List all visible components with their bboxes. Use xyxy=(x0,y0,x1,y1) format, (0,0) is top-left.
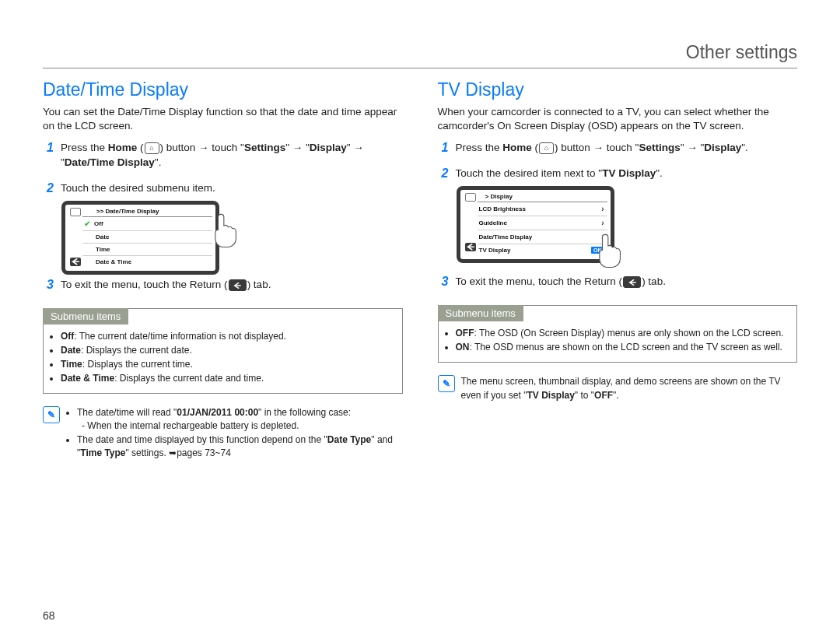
pointing-hand-icon xyxy=(590,229,632,272)
arrow-icon: → xyxy=(593,142,604,153)
text: : Displays the current date and time. xyxy=(114,373,264,384)
text: : The current date/time information is n… xyxy=(74,331,286,342)
columns: Date/Time Display You can set the Date/T… xyxy=(43,78,797,461)
text: ) tab. xyxy=(247,279,271,290)
text: ". xyxy=(656,167,663,179)
arrow-icon: → xyxy=(292,142,303,153)
bold: Home xyxy=(108,142,138,153)
pointing-hand-icon xyxy=(205,209,248,251)
text: button xyxy=(558,142,593,153)
lcd-breadcrumb: >> Date/Time Display xyxy=(96,208,212,215)
step-number: 2 xyxy=(43,181,54,195)
text: " in the following case: xyxy=(258,407,351,418)
right-column: TV Display When your camcorder is connec… xyxy=(438,78,798,461)
bold: Time Type xyxy=(80,447,125,458)
note-body: The date/time will read "01/JAN/2011 00:… xyxy=(66,406,403,461)
text: ". xyxy=(155,156,162,168)
page-title: Other settings xyxy=(43,31,797,68)
bold: Date/Time Display xyxy=(65,156,155,168)
return-icon xyxy=(229,279,247,291)
section-title-datetime: Date/Time Display xyxy=(43,79,403,100)
text: The menu screen, thumbnail display, and … xyxy=(461,376,781,400)
text: ". xyxy=(741,142,748,153)
step-body: Press the Home (⌂) button → touch "Setti… xyxy=(456,141,798,156)
lcd-screen: >> Date/Time Display ✔Off Date Time Date… xyxy=(61,201,219,275)
lcd-row: Time xyxy=(82,244,212,256)
step-number: 1 xyxy=(43,141,54,155)
lcd-label: Time xyxy=(96,246,211,253)
bold: OFF xyxy=(456,328,474,339)
list-item: OFF: The OSD (On Screen Display) menus a… xyxy=(456,326,788,340)
text: " settings. xyxy=(126,447,170,458)
bold: ON xyxy=(456,342,470,353)
steps-list: 1 Press the Home (⌂) button → touch "Set… xyxy=(438,141,798,181)
arrow-icon: → xyxy=(353,142,364,153)
text: ". xyxy=(613,390,619,401)
note-body: The menu screen, thumbnail display, and … xyxy=(461,375,798,402)
list-item: Time: Displays the current time. xyxy=(61,357,393,371)
left-column: Date/Time Display You can set the Date/T… xyxy=(43,78,403,461)
lcd-breadcrumb: > Display xyxy=(485,193,607,200)
manual-page: Other settings Date/Time Display You can… xyxy=(0,0,840,642)
submenu-box: Submenu items Off: The current date/time… xyxy=(43,308,403,394)
lcd-row: TV DisplayON xyxy=(478,244,607,256)
step-2: 2 Touch the desired submenu item. xyxy=(43,181,403,196)
intro-text: You can set the Date/Time Display functi… xyxy=(43,105,403,133)
intro-text: When your camcorder is connected to a TV… xyxy=(438,105,798,133)
step-number: 2 xyxy=(438,167,449,181)
step-3: 3 To exit the menu, touch the Return () … xyxy=(43,278,403,293)
bold: TV Display xyxy=(527,390,574,401)
text: : The OSD (On Screen Display) menus are … xyxy=(474,328,784,339)
blank-icon xyxy=(465,193,476,202)
return-icon xyxy=(623,276,641,288)
list-item: Date: Displays the current date. xyxy=(61,343,393,357)
lcd-label: Date & Time xyxy=(96,258,211,265)
bold: TV Display xyxy=(602,167,656,179)
list-item: Off: The current date/time information i… xyxy=(61,329,393,343)
text: Touch the desired item next to " xyxy=(456,167,603,179)
step-number: 3 xyxy=(438,275,449,289)
bold: Date xyxy=(61,345,81,356)
step-1: 1 Press the Home (⌂) button → touch "Set… xyxy=(438,141,798,156)
check-icon: ✔ xyxy=(84,219,90,228)
steps-list-cont: 3 To exit the menu, touch the Return () … xyxy=(438,275,798,289)
list-item: ON: The OSD menus are shown on the LCD s… xyxy=(456,340,788,354)
lcd-label: Off xyxy=(94,220,211,227)
submenu-title: Submenu items xyxy=(438,305,523,321)
text: pages 73~74 xyxy=(177,447,231,458)
text: " xyxy=(285,142,292,153)
note-block: ✎ The date/time will read "01/JAN/2011 0… xyxy=(43,406,403,461)
text: " xyxy=(303,142,310,153)
step-body: Touch the desired submenu item. xyxy=(61,181,403,196)
list-item: Date & Time: Displays the current date a… xyxy=(61,371,393,385)
title-rule xyxy=(43,68,797,68)
text: : Displays the current time. xyxy=(82,359,193,370)
step-number: 3 xyxy=(43,278,54,292)
bold: Off xyxy=(61,331,74,342)
return-icon xyxy=(70,258,81,266)
lcd-illustration: >> Date/Time Display ✔Off Date Time Date… xyxy=(61,201,403,275)
section-title-tvdisplay: TV Display xyxy=(438,79,798,100)
chevron-right-icon: › xyxy=(601,205,605,213)
lcd-illustration: > Display LCD Brightness› Guideline› Dat… xyxy=(457,186,798,272)
submenu-box: Submenu items OFF: The OSD (On Screen Di… xyxy=(438,305,798,363)
text: The date/time will read " xyxy=(77,407,177,418)
submenu-title: Submenu items xyxy=(43,308,128,325)
text: ) tab. xyxy=(642,275,666,287)
chevron-right-icon: › xyxy=(601,219,605,227)
submenu-list: OFF: The OSD (On Screen Display) menus a… xyxy=(456,326,788,354)
lcd-label: Date xyxy=(96,233,211,240)
step-body: To exit the menu, touch the Return () ta… xyxy=(61,278,403,293)
list-item: The date/time will read "01/JAN/2011 00:… xyxy=(77,406,403,433)
lcd-row: Date/Time Display› xyxy=(478,230,607,244)
bold: Display xyxy=(704,142,741,153)
bold: Time xyxy=(61,359,82,370)
step-number: 1 xyxy=(438,141,449,155)
bold: Settings xyxy=(244,142,285,153)
text: - When the internal rechargeable battery… xyxy=(82,419,403,433)
bold: 01/JAN/2011 00:00 xyxy=(177,407,258,418)
lcd-row: Date xyxy=(82,231,212,244)
list-item: The date and time displayed by this func… xyxy=(77,433,403,461)
text: : Displays the current date. xyxy=(81,345,192,356)
text: Press the xyxy=(456,142,503,153)
